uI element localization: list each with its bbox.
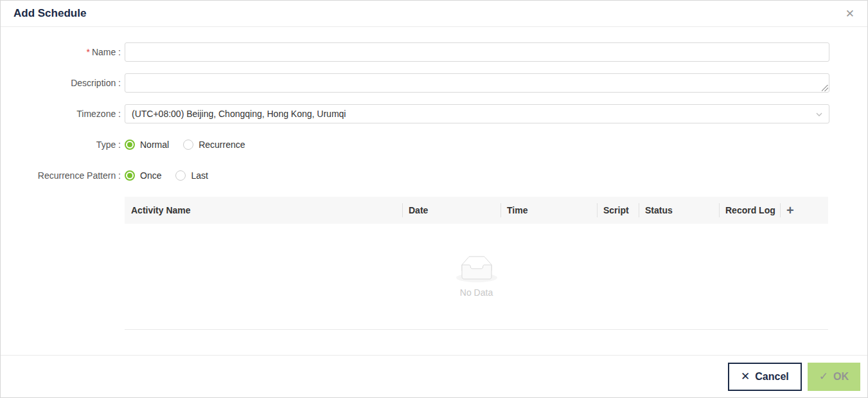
dialog-footer: ✕ Cancel ✓ OK [1,355,867,397]
type-row: Type : Normal Recurrence [1,135,867,154]
timezone-selected-value: (UTC+08:00) Beijing, Chongqing, Hong Kon… [132,109,346,119]
empty-state: No Data [125,224,828,329]
activity-table-header: Activity Name Date Time Script Status Re… [125,197,828,224]
dialog-body: *Name : Description : Timezone : (UTC+08… [1,27,867,355]
radio-pattern-once[interactable]: Once [125,170,161,181]
chevron-down-icon [815,111,823,118]
dialog-header: Add Schedule ✕ [1,1,867,27]
cancel-button[interactable]: ✕ Cancel [728,363,802,391]
name-row: *Name : [1,42,867,62]
empty-box-icon [456,256,497,282]
column-header-date: Date [402,197,500,224]
column-header-time: Time [500,197,597,224]
required-asterisk: * [86,47,89,57]
empty-state-text: No Data [460,287,493,298]
close-icon[interactable]: ✕ [846,8,855,19]
x-icon: ✕ [741,371,750,382]
add-schedule-dialog: Add Schedule ✕ *Name : Description : Tim… [0,0,868,398]
timezone-row: Timezone : (UTC+08:00) Beijing, Chongqin… [1,104,867,123]
description-input[interactable] [125,73,829,93]
column-header-status: Status [639,197,719,224]
column-header-activity-name: Activity Name [125,197,402,224]
recurrence-pattern-label: Recurrence Pattern : [1,166,121,185]
activity-table: Activity Name Date Time Script Status Re… [125,197,828,330]
radio-type-normal[interactable]: Normal [125,140,169,150]
radio-unselected-icon [183,140,193,150]
name-label: *Name : [1,42,121,62]
description-label: Description : [1,73,121,93]
radio-selected-icon [125,170,135,181]
add-activity-button[interactable]: + [786,204,794,217]
timezone-select[interactable]: (UTC+08:00) Beijing, Chongqing, Hong Kon… [125,104,829,123]
column-header-script: Script [597,197,639,224]
cancel-button-label: Cancel [755,371,788,383]
type-label: Type : [1,135,121,154]
recurrence-pattern-row: Recurrence Pattern : Once Last [1,166,867,185]
timezone-label: Timezone : [1,104,121,123]
ok-button[interactable]: ✓ OK [808,363,860,391]
description-row: Description : [1,73,867,93]
column-header-record-log: Record Log [719,197,780,224]
name-input[interactable] [125,42,829,62]
radio-unselected-icon [175,170,186,181]
dialog-title: Add Schedule [13,7,86,20]
radio-type-recurrence[interactable]: Recurrence [183,140,245,150]
ok-button-label: OK [833,371,849,383]
radio-selected-icon [125,140,135,150]
radio-pattern-last[interactable]: Last [175,170,208,181]
check-icon: ✓ [819,371,828,382]
